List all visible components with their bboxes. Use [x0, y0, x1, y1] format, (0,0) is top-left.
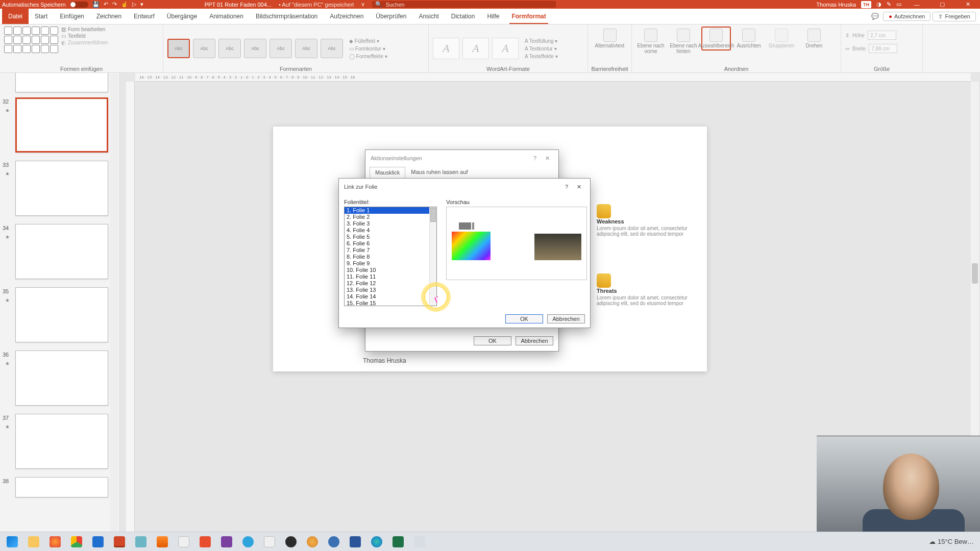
list-item[interactable]: 9. Folie 9 — [345, 260, 436, 267]
thumb-31[interactable] — [15, 73, 108, 92]
comments-icon[interactable]: 💬 — [869, 11, 881, 22]
chrome-icon[interactable] — [66, 534, 87, 549]
close-icon[interactable]: ✕ — [573, 182, 585, 192]
thumb-34[interactable] — [15, 224, 108, 279]
thumb-35[interactable] — [15, 287, 108, 342]
powerpoint-icon[interactable] — [109, 534, 130, 549]
shape-effects-button[interactable]: ◯ Formeffekte ▾ — [349, 54, 387, 59]
qat-overflow-icon[interactable]: ▾ — [140, 1, 143, 8]
save-icon[interactable]: 💾 — [92, 1, 100, 8]
shape-styles-gallery[interactable]: Abc Abc Abc Abc Abc Abc Abc — [167, 39, 343, 58]
share-button[interactable]: ⇪Freigeben — [933, 12, 976, 21]
tab-insert[interactable]: Einfügen — [54, 9, 90, 24]
app-icon[interactable] — [131, 534, 151, 549]
weather-widget[interactable]: ☁ 15°C Bew… — [929, 538, 974, 545]
list-item[interactable]: 14. Folie 14 — [345, 293, 436, 300]
thumbnail-pane[interactable]: 32★ 33★ 34★ 35★ 36★ 37★ 38 — [0, 73, 120, 537]
close-icon[interactable]: ✕ — [541, 153, 553, 163]
excel-icon[interactable] — [388, 534, 408, 549]
text-fill-button[interactable]: A Textfüllung ▾ — [525, 38, 558, 44]
shape-gallery[interactable] — [4, 27, 58, 53]
shape-outline-button[interactable]: ▭ Formkontur ▾ — [349, 46, 387, 52]
action-cancel-button[interactable]: Abbrechen — [516, 336, 553, 345]
action-ok-button[interactable]: OK — [474, 336, 511, 345]
from-start-icon[interactable]: ▷ — [132, 1, 136, 8]
tab-draw[interactable]: Zeichnen — [90, 9, 128, 24]
text-outline-button[interactable]: A Textkontur ▾ — [525, 46, 558, 52]
tab-animations[interactable]: Animationen — [203, 9, 250, 24]
tab-record[interactable]: Aufzeichnen — [324, 9, 370, 24]
tab-home[interactable]: Start — [29, 9, 54, 24]
obs-icon[interactable] — [281, 534, 301, 549]
list-item[interactable]: 12. Folie 12 — [345, 280, 436, 287]
app-icon[interactable] — [324, 534, 344, 549]
list-item[interactable]: 6. Folie 6 — [345, 240, 436, 247]
touch-icon[interactable]: ☝ — [121, 1, 128, 8]
list-item[interactable]: 4. Folie 4 — [345, 227, 436, 234]
shape-fill-button[interactable]: ◆ Fülleffekt ▾ — [349, 38, 387, 44]
bring-forward-button[interactable]: Ebene nach vorne — [636, 27, 666, 54]
tab-mouseclick[interactable]: Mausklick — [370, 167, 405, 179]
onenote-icon[interactable] — [216, 534, 237, 549]
outlook-icon[interactable] — [88, 534, 108, 549]
coming-soon-icon[interactable]: ◑ — [876, 1, 881, 8]
width-input[interactable] — [869, 44, 897, 53]
window-icon[interactable]: ▭ — [896, 1, 901, 8]
app-icon[interactable] — [259, 534, 280, 549]
firefox-icon[interactable] — [45, 534, 65, 549]
thumb-38[interactable] — [15, 477, 108, 497]
undo-icon[interactable]: ↶ — [104, 1, 108, 8]
link-cancel-button[interactable]: Abbrechen — [547, 314, 585, 323]
textbox-button[interactable]: ▭ Textfeld — [61, 33, 108, 39]
list-item[interactable]: 15. Folie 15 — [345, 300, 436, 306]
tab-design[interactable]: Entwurf — [128, 9, 161, 24]
telegram-icon[interactable] — [238, 534, 258, 549]
list-item[interactable]: 7. Folie 7 — [345, 247, 436, 254]
list-item[interactable]: 10. Folie 10 — [345, 267, 436, 273]
tab-dictation[interactable]: Dictation — [445, 9, 481, 24]
thumb-36[interactable] — [15, 350, 108, 406]
app-icon[interactable] — [174, 534, 194, 549]
redo-icon[interactable]: ↷ — [112, 1, 117, 8]
text-effects-button[interactable]: A Texteffekte ▾ — [525, 54, 558, 59]
merge-shapes-button[interactable]: ◐ Zusammenführen — [61, 40, 108, 45]
app-icon[interactable] — [409, 534, 430, 549]
app-icon[interactable] — [195, 534, 215, 549]
group-button[interactable]: Gruppieren — [767, 27, 796, 48]
draw-icon[interactable]: ✎ — [887, 1, 891, 8]
align-button[interactable]: Ausrichten — [734, 27, 764, 48]
tab-mousehover[interactable]: Maus ruhen lassen auf — [405, 166, 473, 179]
start-button[interactable] — [2, 534, 22, 549]
autosave-toggle[interactable] — [70, 2, 88, 8]
maximize-button[interactable]: ▢ — [932, 0, 952, 9]
explorer-icon[interactable] — [23, 534, 44, 549]
search-box[interactable]: 🔍 Suchen — [372, 1, 556, 8]
list-item[interactable]: 5. Folie 5 — [345, 234, 436, 240]
user-avatar[interactable]: TH — [861, 1, 871, 8]
rotate-button[interactable]: Drehen — [799, 27, 829, 48]
tab-view[interactable]: Ansicht — [412, 9, 445, 24]
help-icon[interactable]: ? — [560, 182, 573, 192]
minimize-button[interactable]: — — [906, 0, 927, 9]
tab-transitions[interactable]: Übergänge — [161, 9, 203, 24]
edit-shape-button[interactable]: ▥ Form bearbeiten — [61, 27, 108, 32]
user-name[interactable]: Thomas Hruska — [816, 2, 856, 8]
tab-review[interactable]: Überprüfen — [370, 9, 412, 24]
selection-pane-button[interactable]: Auswahlbereich — [701, 27, 731, 51]
tab-slideshow[interactable]: Bildschirmpräsentation — [250, 9, 324, 24]
height-input[interactable] — [868, 31, 896, 40]
list-item[interactable]: 1. Folie 1 — [345, 207, 436, 214]
tab-shapeformat[interactable]: Formformat — [505, 9, 552, 24]
close-button[interactable]: ✕ — [958, 0, 978, 9]
vlc-icon[interactable] — [152, 534, 173, 549]
list-item[interactable]: 13. Folie 13 — [345, 287, 436, 293]
wordart-gallery[interactable]: AAA — [433, 38, 519, 59]
thumb-scrollbar[interactable] — [110, 74, 118, 536]
thumb-33[interactable] — [15, 161, 108, 216]
thumb-37[interactable] — [15, 414, 108, 469]
link-ok-button[interactable]: OK — [505, 314, 543, 323]
slide-titles-listbox[interactable]: 1. Folie 1 2. Folie 2 3. Folie 3 4. Foli… — [344, 207, 437, 306]
save-location-hint[interactable]: • Auf "diesem PC" gespeichert — [279, 2, 354, 8]
app-icon[interactable] — [302, 534, 323, 549]
list-item[interactable]: 2. Folie 2 — [345, 214, 436, 220]
